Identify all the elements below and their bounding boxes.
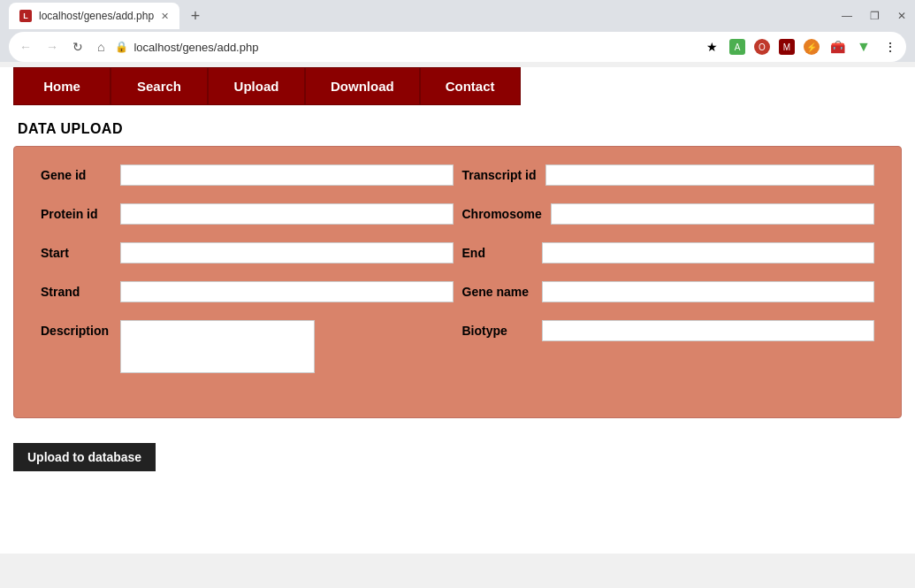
extension-icon-5[interactable]: ▼ xyxy=(855,38,873,56)
extension-icon-1[interactable]: A xyxy=(729,39,745,55)
url-bar[interactable]: 🔒 localhost/genes/add.php xyxy=(115,41,689,54)
page-heading: DATA UPLOAD xyxy=(0,105,915,146)
nav-contact[interactable]: Contact xyxy=(420,67,521,105)
form-row-4: Strand Gene name xyxy=(41,281,874,302)
menu-button[interactable]: ⋮ xyxy=(881,38,899,56)
forward-button[interactable]: → xyxy=(42,38,62,56)
biotype-group: Biotype xyxy=(462,320,875,341)
strand-group: Strand xyxy=(41,281,454,302)
gene-id-input[interactable] xyxy=(120,164,454,186)
address-bar[interactable]: ← → ↻ ⌂ 🔒 localhost/genes/add.php ★ A O … xyxy=(9,32,906,62)
lock-icon: 🔒 xyxy=(115,41,128,53)
end-input[interactable] xyxy=(542,242,875,263)
back-button[interactable]: ← xyxy=(16,38,35,56)
nav-bar: Home Search Upload Download Contact xyxy=(0,67,915,105)
gene-name-input[interactable] xyxy=(542,281,875,302)
gene-name-label: Gene name xyxy=(462,285,533,299)
description-input[interactable] xyxy=(120,320,315,373)
biotype-input[interactable] xyxy=(542,320,875,341)
page-content: Home Search Upload Download Contact DATA… xyxy=(0,67,915,554)
tab-favicon: L xyxy=(19,10,32,22)
extension-icon-3[interactable]: M xyxy=(779,39,795,55)
extensions-button[interactable]: 🧰 xyxy=(828,38,846,56)
form-row-1: Gene id Transcript id xyxy=(41,164,874,186)
nav-home[interactable]: Home xyxy=(13,67,111,105)
description-label: Description xyxy=(41,324,111,338)
bookmark-icon[interactable]: ★ xyxy=(703,38,721,56)
description-group: Description xyxy=(41,320,454,373)
strand-input[interactable] xyxy=(120,281,454,302)
window-controls: — ❐ ✕ xyxy=(842,10,906,22)
strand-label: Strand xyxy=(41,285,111,299)
start-group: Start xyxy=(41,242,454,263)
chromosome-input[interactable] xyxy=(551,203,874,225)
gene-name-group: Gene name xyxy=(462,281,875,302)
tab-close-button[interactable]: ✕ xyxy=(161,11,169,22)
upload-to-database-button[interactable]: Upload to database xyxy=(13,443,156,471)
browser-chrome: L localhost/genes/add.php ✕ + — ❐ ✕ ← → … xyxy=(0,0,915,62)
start-label: Start xyxy=(41,246,111,260)
end-group: End xyxy=(462,242,875,263)
minimize-button[interactable]: — xyxy=(842,10,852,22)
maximize-button[interactable]: ❐ xyxy=(870,10,880,22)
gene-id-group: Gene id xyxy=(41,164,454,186)
transcript-id-input[interactable] xyxy=(545,164,874,186)
refresh-button[interactable]: ↻ xyxy=(69,38,87,56)
nav-download[interactable]: Download xyxy=(305,67,420,105)
browser-titlebar: L localhost/genes/add.php ✕ + — ❐ ✕ xyxy=(0,0,915,32)
tab-title: localhost/genes/add.php xyxy=(39,10,154,22)
form-container: Gene id Transcript id Protein id Chromos… xyxy=(13,146,902,418)
transcript-id-group: Transcript id xyxy=(462,164,875,186)
biotype-label: Biotype xyxy=(462,324,533,338)
browser-tab[interactable]: L localhost/genes/add.php ✕ xyxy=(9,3,179,29)
home-button[interactable]: ⌂ xyxy=(94,38,108,56)
transcript-id-label: Transcript id xyxy=(462,168,537,182)
extension-icon-2[interactable]: O xyxy=(754,39,770,55)
form-row-5: Description Biotype xyxy=(41,320,874,373)
form-row-2: Protein id Chromosome xyxy=(41,203,874,225)
chromosome-label: Chromosome xyxy=(462,207,542,221)
protein-id-group: Protein id xyxy=(41,203,454,225)
form-row-3: Start End xyxy=(41,242,874,263)
start-input[interactable] xyxy=(120,242,454,263)
extension-icon-4[interactable]: ⚡ xyxy=(804,39,820,55)
close-button[interactable]: ✕ xyxy=(897,10,906,22)
protein-id-label: Protein id xyxy=(41,207,111,221)
protein-id-input[interactable] xyxy=(120,203,454,225)
gene-id-label: Gene id xyxy=(41,168,111,182)
chromosome-group: Chromosome xyxy=(462,203,875,225)
new-tab-button[interactable]: + xyxy=(183,4,208,28)
browser-toolbar-icons: ★ A O M ⚡ 🧰 ▼ ⋮ xyxy=(703,38,899,56)
nav-search[interactable]: Search xyxy=(111,67,208,105)
url-text: localhost/genes/add.php xyxy=(133,41,258,54)
nav-upload[interactable]: Upload xyxy=(208,67,305,105)
end-label: End xyxy=(462,246,533,260)
